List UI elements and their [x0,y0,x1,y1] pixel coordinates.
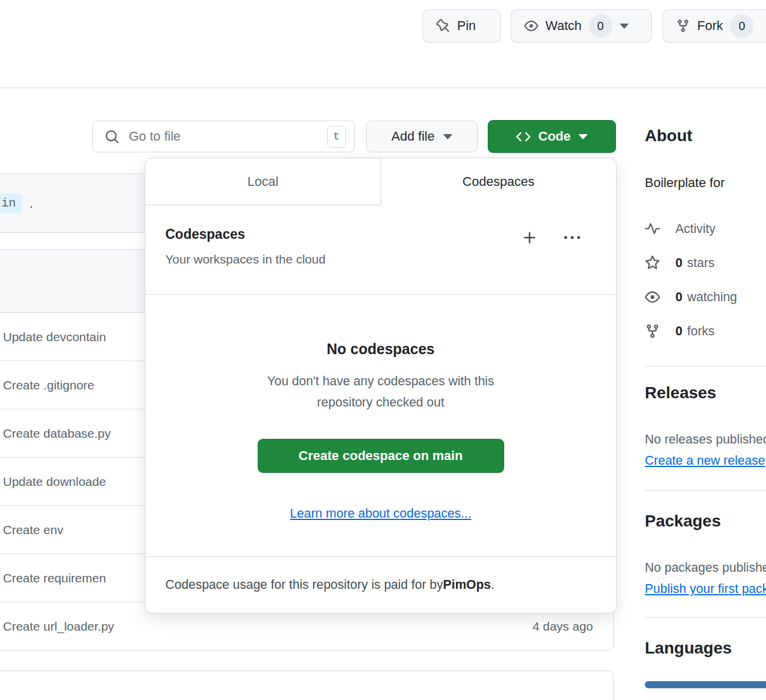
footer-text: Codespace usage for this repository is p… [165,578,443,592]
fork-icon [676,19,690,33]
create-codespace-button[interactable]: Create codespace on main [258,439,504,473]
watching-label: watching [687,290,737,304]
repo-description: Boilerplate for [645,175,725,191]
empty-desc-line1: You don't have any codespaces with this [145,371,616,392]
code-button[interactable]: Code [488,120,616,153]
branch-note-text: . [29,196,33,211]
code-icon [516,129,531,144]
learn-more-link[interactable]: Learn more about codespaces... [145,506,616,521]
add-file-label: Add file [391,129,434,144]
chevron-down-icon [578,134,588,139]
releases-empty-text: No releases published [645,432,766,447]
codespaces-title: Codespaces [165,226,616,242]
create-release-link[interactable]: Create a new release [645,454,765,468]
fork-button[interactable]: Fork 0 [662,9,766,42]
languages-heading: Languages [645,639,732,658]
star-icon [645,255,660,271]
pin-icon [436,19,450,33]
about-heading: About [645,126,692,145]
search-input[interactable] [129,129,327,144]
commit-age: 4 days ago [532,619,593,634]
commit-message[interactable]: Create database.py [3,426,111,441]
branch-chip[interactable]: in [0,194,22,213]
sidebar-item-stars[interactable]: 0stars [645,255,715,271]
fork-icon [645,324,660,339]
pin-button[interactable]: Pin [422,9,501,42]
eye-icon [524,19,538,33]
sidebar-divider [645,366,766,366]
tab-codespaces[interactable]: Codespaces [381,158,617,205]
repo-sidebar: About Boilerplate for Activity 0stars 0w… [645,88,766,700]
codespaces-subtitle: Your workspaces in the cloud [165,252,616,266]
new-codespace-button[interactable] [522,230,538,246]
watching-count: 0 [675,290,682,304]
empty-desc-line2: repository checked out [145,392,616,413]
shortcut-key-badge: t [327,126,346,148]
pin-label: Pin [457,18,476,34]
codespaces-header: Codespaces Your workspaces in the cloud [145,205,616,295]
tab-local[interactable]: Local [145,158,381,205]
add-file-button[interactable]: Add file [366,121,478,152]
code-dropdown-panel: Local Codespaces Codespaces Your workspa… [145,158,617,614]
language-bar-python[interactable] [645,681,766,688]
activity-label: Activity [675,222,715,236]
commit-message[interactable]: Create .gitignore [3,378,94,392]
eye-icon [645,289,660,305]
commit-message[interactable]: Update devcontain [3,330,106,344]
kebab-horizontal-icon [564,230,580,246]
footer-org-name: PimOps [443,578,491,592]
commit-message[interactable]: Create requiremen [3,571,106,585]
repo-header: Pin Watch 0 Fork 0 [0,0,766,88]
sidebar-item-watching[interactable]: 0watching [645,289,737,305]
empty-state-description: You don't have any codespaces with this … [145,371,616,413]
stars-label: stars [687,256,715,270]
codespace-usage-footer: Codespace usage for this repository is p… [145,556,616,613]
forks-label: forks [687,324,715,338]
watch-button[interactable]: Watch 0 [511,9,652,42]
sidebar-item-forks[interactable]: 0forks [645,324,715,339]
codespaces-options-button[interactable] [564,230,580,246]
pulse-icon [645,221,660,236]
sidebar-divider [645,490,766,491]
dropdown-tabbar: Local Codespaces [145,158,616,205]
chevron-down-icon [620,24,629,29]
plus-icon [522,230,538,246]
fork-label: Fork [697,18,723,34]
watch-label: Watch [545,18,582,34]
releases-heading: Releases [645,384,716,402]
fork-count: 0 [730,14,754,38]
sidebar-divider [645,617,766,618]
code-label: Code [538,129,571,144]
footer-period: . [491,578,494,592]
forks-count: 0 [675,324,682,338]
watch-count: 0 [589,14,612,38]
empty-state-title: No codespaces [145,341,616,358]
packages-empty-text: No packages published [645,561,766,575]
sidebar-item-activity[interactable]: Activity [645,221,715,236]
commit-message[interactable]: Create env [3,523,64,537]
commit-message[interactable]: Create url_loader.py [3,619,114,634]
search-icon [105,129,119,144]
stars-count: 0 [675,256,682,270]
chevron-down-icon [443,134,452,139]
readme-box [0,671,614,700]
packages-heading: Packages [645,512,721,531]
commit-message[interactable]: Update downloade [3,475,106,489]
publish-package-link[interactable]: Publish your first package [645,582,766,596]
go-to-file-search[interactable]: t [92,121,355,152]
